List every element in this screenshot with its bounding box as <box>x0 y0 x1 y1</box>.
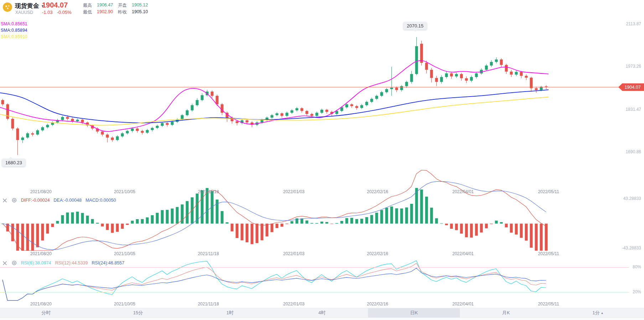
macd-settings-gear-icon[interactable] <box>11 197 17 203</box>
timeframe-tab-monthly[interactable]: 月K <box>460 308 552 318</box>
timeframe-tab-daily[interactable]: 日K <box>368 308 460 318</box>
date-label: 2022/02/16 <box>360 189 395 194</box>
current-price-badge: 1904.07 <box>618 83 644 91</box>
date-label: 2022/05/11 <box>531 189 566 194</box>
sma-label-3: SMA:0.85910 <box>1 34 27 39</box>
timeframe-tab-1min[interactable]: 1分 ▲ <box>552 308 644 318</box>
prev-close-value: 1905.10 <box>132 9 148 14</box>
date-label: 2022/01/03 <box>277 301 311 306</box>
date-label: 2022/04/01 <box>446 301 480 306</box>
date-label: 2021/08/20 <box>24 251 58 256</box>
price-axis-tick-4: 1690.86 <box>616 149 641 154</box>
prev-close-label: 昨收 <box>118 9 127 15</box>
period-low-tooltip: 1680.23 <box>2 159 25 166</box>
sma-label-2: SMA:0.85894 <box>1 28 27 33</box>
period-high-tooltip: 2070.15 <box>404 22 427 30</box>
macd-axis-max: 43.28833 <box>609 196 641 201</box>
rsi-close-icon[interactable] <box>2 260 7 266</box>
symbol-selector[interactable]: 现货黄金 ▼ <box>15 2 44 10</box>
date-label: 2021/11/18 <box>191 189 225 194</box>
price-axis-tick-2: 1973.26 <box>616 64 641 69</box>
macd-dea-label: DEA:-0.00048 <box>54 198 82 203</box>
rsi-overbought-line <box>0 267 629 268</box>
symbol-code: XAUUSD <box>15 10 33 15</box>
rsi6-label: RSI(6):38.0974 <box>21 260 51 265</box>
timeframe-tab-4hour[interactable]: 4时 <box>276 308 368 318</box>
rsi-pane-header: RSI(6):38.0974 RSI(12):44.5339 RSI(24):4… <box>2 260 124 266</box>
price-axis-tick-3: 1831.47 <box>616 107 641 112</box>
current-price: 1904.07 <box>42 1 68 9</box>
timeframe-bar: 分时 15分 1时 4时 日K 月K 1分 ▲ <box>0 308 644 318</box>
current-price-line <box>0 87 621 87</box>
macd-axis-min: -43.28833 <box>609 246 641 251</box>
timeframe-tab-fenshi[interactable]: 分时 <box>0 308 92 318</box>
date-label: 2022/01/03 <box>277 189 311 194</box>
low-value: 1902.90 <box>97 9 113 14</box>
main-chart-canvas[interactable] <box>0 18 644 188</box>
symbol-name: 现货黄金 <box>15 2 39 10</box>
date-label: 2021/10/05 <box>108 251 142 256</box>
timeframe-tab-1hour[interactable]: 1时 <box>184 308 276 318</box>
low-label: 最低 <box>83 9 92 15</box>
high-value: 1906.47 <box>97 2 113 7</box>
change-percent: -0.05% <box>57 10 72 15</box>
date-label: 2021/11/18 <box>191 301 225 306</box>
trading-chart-app: 现货黄金 ▼ XAUUSD 1904.07 -1.03 -0.05% 最高 19… <box>0 0 644 320</box>
price-change: -1.03 -0.05% <box>42 10 72 15</box>
sma-label-1: SMA:0.85651 <box>1 21 27 26</box>
date-label: 2022/05/11 <box>531 251 566 256</box>
date-label: 2021/11/18 <box>191 251 225 256</box>
date-label: 2022/02/16 <box>360 251 395 256</box>
timeframe-dropdown-arrow-icon: ▲ <box>601 311 603 315</box>
rsi-oversold-line <box>0 292 629 293</box>
bottom-strip <box>0 318 644 320</box>
date-label: 2021/10/05 <box>108 189 142 194</box>
rsi-axis-upper: 80% <box>609 264 641 269</box>
symbol-logo-icon <box>3 2 12 12</box>
macd-pane-header: DIFF:-0.00024 DEA:-0.00048 MACD:0.00050 <box>2 197 116 203</box>
rsi-axis-lower: 20% <box>609 289 641 294</box>
date-label: 2022/04/01 <box>446 251 480 256</box>
date-label: 2022/04/01 <box>446 189 480 194</box>
rsi24-label: RSI(24):46.8557 <box>92 260 125 265</box>
high-label: 最高 <box>83 2 92 9</box>
macd-close-icon[interactable] <box>2 198 7 203</box>
date-label: 2021/10/05 <box>108 301 142 306</box>
open-label: 开盘 <box>118 2 127 9</box>
date-label: 2021/08/20 <box>24 189 58 194</box>
rsi-settings-gear-icon[interactable] <box>11 260 17 266</box>
open-value: 1905.12 <box>132 2 148 7</box>
price-axis-tick-1: 2113.87 <box>616 21 641 26</box>
rsi12-label: RSI(12):44.5339 <box>55 260 88 265</box>
change-value: -1.03 <box>42 10 53 15</box>
date-label: 2021/08/20 <box>24 301 58 306</box>
date-label: 2022/01/03 <box>277 251 311 256</box>
timeframe-tab-15min[interactable]: 15分 <box>92 308 184 318</box>
date-label: 2022/05/11 <box>531 301 566 306</box>
date-label: 2022/02/16 <box>360 301 395 306</box>
macd-value-label: MACD:0.00050 <box>85 198 116 203</box>
macd-chart-canvas[interactable] <box>0 167 644 251</box>
macd-diff-label: DIFF:-0.00024 <box>21 198 50 203</box>
